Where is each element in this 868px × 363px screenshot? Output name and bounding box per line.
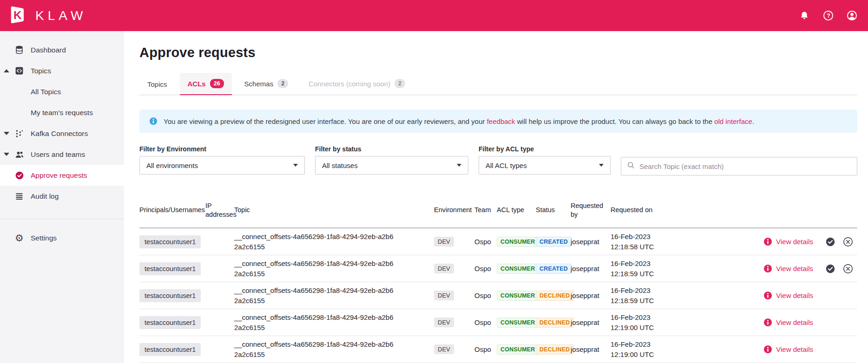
details-info-icon: [763, 264, 772, 273]
list-icon: [15, 192, 29, 201]
decline-button[interactable]: [843, 237, 853, 247]
approve-check-icon: [825, 237, 835, 247]
page-title: Approve requests: [139, 45, 857, 60]
header-icons: ?: [799, 10, 857, 21]
view-details-link[interactable]: View details: [763, 264, 813, 273]
requested-by-cell: josepprat: [571, 238, 611, 246]
sidebar-item-label: My team's requests: [29, 109, 93, 117]
environment-badge: DEV: [434, 237, 454, 246]
team-cell: Ospo: [474, 318, 497, 326]
selected-value: All environments: [146, 162, 198, 169]
search-input[interactable]: [639, 162, 851, 170]
tab-connectors: Connectors (coming soon) 2: [301, 73, 413, 95]
acl-type-filter-select[interactable]: All ACL types: [479, 156, 611, 175]
gear-icon: ⚙: [15, 233, 29, 243]
old-interface-link[interactable]: old interface: [714, 117, 752, 125]
table-row: testaccountuser1 __connect_offsets-4a656…: [139, 336, 857, 363]
topic-name: __connect_offsets-4a656298-1fa8-4294-92e…: [234, 259, 395, 279]
view-details-label: View details: [776, 345, 813, 353]
sidebar-item-label: Users and teams: [29, 150, 85, 159]
actions-cell: View details: [680, 318, 857, 328]
acl-type-badge: CONSUMER: [497, 291, 539, 301]
requested-on-cell: 16-Feb-2023 12:19:00 UTC: [611, 339, 680, 360]
decline-button[interactable]: [843, 264, 853, 274]
selected-value: All ACL types: [486, 162, 527, 169]
principal-chip: testaccountuser1: [139, 289, 201, 302]
column-header: Status: [536, 206, 571, 215]
approve-button[interactable]: [825, 237, 835, 247]
status-badge: CREATED: [536, 237, 572, 247]
approve-button[interactable]: [825, 264, 835, 274]
chevron-down-icon: [4, 132, 9, 135]
topic-name: __connect_offsets-4a656298-1fa8-4294-92e…: [234, 232, 395, 252]
topic-search: [621, 157, 857, 175]
sidebar-item-settings[interactable]: ⚙ Settings: [0, 227, 124, 248]
topic-name: __connect_offsets-4a656298-1fa8-4294-92e…: [234, 285, 395, 306]
selected-value: All statuses: [322, 162, 358, 169]
sidebar-item-dashboard[interactable]: Dashboard: [0, 39, 124, 60]
view-details-link[interactable]: View details: [763, 345, 813, 354]
team-cell: Ospo: [474, 265, 497, 272]
sidebar-item-label: Audit log: [29, 192, 59, 201]
tab-acls[interactable]: ACLs 26: [180, 73, 232, 95]
status-badge: CREATED: [536, 264, 572, 274]
topic-name: __connect_offsets-4a656298-1fa8-4294-92e…: [234, 312, 395, 333]
search-icon: [627, 161, 635, 171]
team-cell: Ospo: [474, 292, 497, 299]
table-row: testaccountuser1 __connect_offsets-4a656…: [139, 309, 857, 336]
sidebar-item-approve-requests[interactable]: Approve requests: [0, 165, 124, 186]
sidebar-item-audit-log[interactable]: Audit log: [0, 186, 124, 207]
table-row: testaccountuser1 __connect_offsets-4a656…: [139, 255, 857, 282]
requested-on-cell: 16-Feb-2023 12:19:00 UTC: [611, 312, 680, 333]
requested-on-cell: 16-Feb-2023 12:18:59 UTC: [611, 259, 680, 279]
decline-x-icon: [843, 237, 853, 247]
brand[interactable]: K KLAW: [8, 5, 86, 26]
info-icon: [149, 117, 158, 125]
sidebar: Dashboard Topics All Topics My team's re…: [0, 31, 124, 363]
table-row: testaccountuser1 __connect_offsets-4a656…: [139, 282, 857, 309]
dots-grid-icon: [15, 130, 29, 138]
details-info-icon: [763, 345, 772, 354]
sidebar-item-topics[interactable]: Topics: [0, 60, 124, 81]
sidebar-item-label: Approve requests: [29, 171, 87, 180]
column-header: Requested on: [611, 206, 680, 215]
tab-schemas[interactable]: Schemas 2: [237, 73, 296, 95]
principal-chip: testaccountuser1: [139, 262, 201, 275]
column-header: ACL type: [497, 206, 536, 215]
sidebar-item-label: Settings: [29, 234, 57, 242]
sidebar-item-users-and-teams[interactable]: Users and teams: [0, 144, 124, 165]
environment-filter-select[interactable]: All environments: [139, 156, 305, 175]
tab-count-badge: 26: [210, 79, 224, 88]
environment-badge: DEV: [434, 291, 454, 300]
team-cell: Ospo: [474, 345, 497, 353]
chevron-down-icon: [293, 164, 298, 167]
sidebar-item-all-topics[interactable]: All Topics: [0, 81, 124, 102]
sidebar-item-kafka-connectors[interactable]: Kafka Connectors: [0, 123, 124, 144]
environment-badge: DEV: [434, 344, 454, 354]
status-badge: DECLINED: [536, 344, 574, 355]
details-info-icon: [763, 318, 772, 327]
feedback-link[interactable]: feedback: [487, 117, 515, 125]
tab-label: ACLs: [188, 80, 206, 88]
app-header: K KLAW ?: [0, 0, 868, 31]
notification-bell-icon[interactable]: [799, 10, 810, 21]
column-header: Principals/Usernames: [139, 206, 205, 215]
principal-chip: testaccountuser1: [139, 235, 201, 248]
view-details-link[interactable]: View details: [763, 237, 813, 246]
chevron-down-icon: [599, 164, 604, 167]
help-icon[interactable]: ?: [822, 10, 834, 21]
status-filter-select[interactable]: All statuses: [315, 156, 468, 175]
column-header: Team: [474, 206, 497, 215]
tab-topics[interactable]: Topics: [139, 74, 175, 95]
view-details-link[interactable]: View details: [763, 318, 813, 327]
requested-on-cell: 16-Feb-2023 12:18:59 UTC: [611, 285, 680, 306]
status-badge: DECLINED: [536, 291, 574, 301]
view-details-link[interactable]: View details: [763, 291, 813, 300]
sidebar-item-my-teams-requests[interactable]: My team's requests: [0, 102, 124, 123]
chevron-down-icon: [457, 164, 461, 167]
actions-cell: View details: [680, 264, 857, 274]
tab-label: Schemas: [244, 80, 274, 88]
acl-type-filter: Filter by ACL type All ACL types: [479, 145, 611, 175]
profile-icon[interactable]: [846, 10, 857, 21]
actions-cell: View details: [680, 291, 857, 301]
